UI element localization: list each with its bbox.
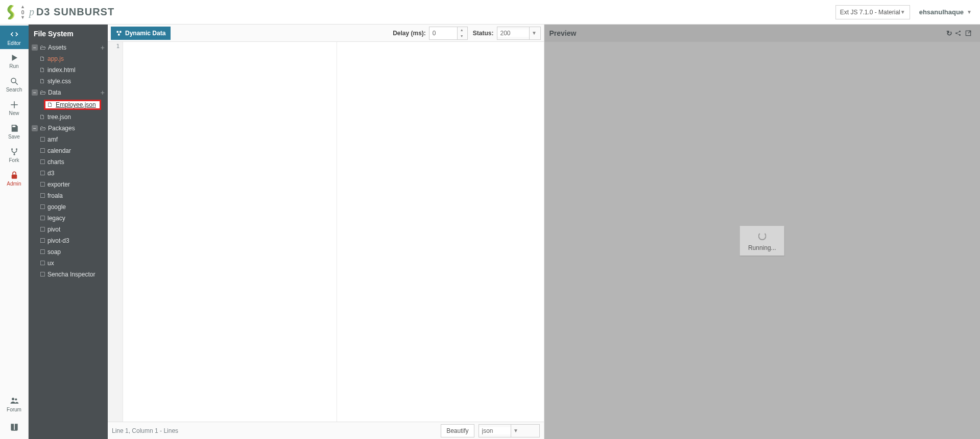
svg-point-6	[12, 398, 14, 400]
code-body[interactable]	[123, 42, 544, 422]
beautify-button[interactable]: Beautify	[441, 424, 474, 437]
chevron-down-icon: ▼	[900, 9, 905, 15]
sencha-inspector[interactable]: ☐ Sencha Inspector	[29, 269, 108, 280]
folder-assets[interactable]: − 🗁 Assets +	[29, 42, 108, 53]
folder-packages[interactable]: − 🗁 Packages	[29, 123, 108, 134]
editor-button[interactable]: Editor	[0, 26, 29, 49]
collapse-icon[interactable]: −	[32, 89, 38, 96]
package-pivot[interactable]: ☐pivot	[29, 224, 108, 235]
fork-button[interactable]: Fork	[0, 143, 29, 167]
checkbox-icon[interactable]: ☐	[39, 237, 46, 244]
language-select[interactable]: ▼	[479, 424, 540, 437]
svg-line-1	[15, 82, 18, 85]
code-icon	[9, 29, 19, 39]
spinner-up-icon[interactable]: ▲	[458, 27, 466, 33]
checkbox-icon[interactable]: ☐	[39, 147, 46, 154]
book-icon	[9, 422, 19, 432]
package-amf[interactable]: ☐amf	[29, 134, 108, 145]
preview-body: Running...	[544, 42, 981, 439]
package-soap[interactable]: ☐soap	[29, 246, 108, 258]
checkbox-icon[interactable]: ☐	[39, 192, 46, 199]
fork-indicator-icon: p	[29, 6, 34, 18]
svg-point-3	[16, 148, 17, 150]
vote-up-icon[interactable]: ▲	[20, 5, 25, 9]
loading-indicator: Running...	[740, 226, 784, 256]
checkbox-icon[interactable]: ☐	[39, 226, 46, 233]
reload-icon[interactable]: ↻	[944, 29, 954, 37]
lock-icon	[10, 171, 19, 180]
search-button[interactable]: Search	[0, 73, 29, 96]
vote-down-icon[interactable]: ▼	[20, 15, 25, 20]
delay-field[interactable]	[429, 27, 457, 39]
svg-point-14	[959, 31, 961, 32]
svg-line-11	[118, 33, 119, 34]
cursor-status: Line 1, Column 1 - Lines	[112, 427, 178, 434]
save-button[interactable]: Save	[0, 120, 29, 143]
package-legacy[interactable]: ☐legacy	[29, 213, 108, 224]
status-select[interactable]: ▼	[497, 27, 541, 40]
package-google[interactable]: ☐google	[29, 201, 108, 213]
svg-line-12	[119, 33, 121, 34]
folder-data[interactable]: − 🗁 Data +	[29, 87, 108, 98]
svg-point-2	[11, 148, 13, 150]
collapse-icon[interactable]: −	[32, 44, 38, 51]
checkbox-icon[interactable]: ☐	[39, 271, 46, 278]
checkbox-icon[interactable]: ☐	[39, 170, 46, 177]
file-index-html[interactable]: 🗋 index.html	[29, 64, 108, 76]
svg-point-0	[11, 78, 16, 83]
file-icon: 🗋	[39, 113, 46, 121]
line-gutter: 1	[108, 42, 123, 422]
plus-icon[interactable]: +	[101, 43, 105, 52]
svg-point-15	[959, 34, 961, 36]
checkbox-icon[interactable]: ☐	[39, 260, 46, 267]
user-menu[interactable]: ehsanulhaque ▼	[919, 8, 972, 16]
popout-icon[interactable]	[965, 30, 975, 37]
app-header: ▲ 0 ▼ p D3 SUNBURST Ext JS 7.1.0 - Mater…	[0, 0, 980, 25]
admin-button[interactable]: Admin	[0, 167, 29, 190]
package-calendar[interactable]: ☐calendar	[29, 145, 108, 156]
fork-icon	[10, 147, 19, 156]
file-tree-json[interactable]: 🗋 tree.json	[29, 111, 108, 123]
checkbox-icon[interactable]: ☐	[39, 181, 46, 188]
docs-button[interactable]	[0, 415, 29, 439]
checkbox-icon[interactable]: ☐	[39, 248, 46, 256]
filename-input[interactable]	[56, 101, 99, 108]
spinner-down-icon[interactable]: ▼	[458, 33, 466, 39]
framework-select[interactable]: Ext JS 7.1.0 - Material ▼	[835, 5, 910, 19]
checkbox-icon[interactable]: ☐	[39, 158, 46, 166]
preview-title: Preview	[549, 29, 577, 37]
chevron-down-icon: ▼	[511, 425, 521, 437]
collapse-icon[interactable]: −	[32, 125, 38, 131]
package-pivot-d3[interactable]: ☐pivot-d3	[29, 235, 108, 246]
checkbox-icon[interactable]: ☐	[39, 215, 46, 222]
status-field[interactable]	[497, 30, 529, 37]
package-ux[interactable]: ☐ux	[29, 258, 108, 269]
fiddle-title[interactable]: D3 SUNBURST	[36, 6, 114, 18]
language-field[interactable]	[479, 427, 511, 434]
checkbox-icon[interactable]: ☐	[39, 203, 46, 211]
package-exporter[interactable]: ☐exporter	[29, 179, 108, 190]
folder-open-icon: 🗁	[39, 44, 46, 51]
line-number: 1	[108, 43, 119, 50]
run-button[interactable]: Run	[0, 49, 29, 73]
file-icon: 🗋	[39, 66, 46, 74]
file-app-js[interactable]: 🗋 app.js	[29, 53, 108, 64]
svg-line-17	[957, 34, 960, 35]
file-employee-json-editing[interactable]: 🗋	[29, 98, 108, 111]
share-icon[interactable]	[954, 30, 965, 37]
new-button[interactable]: New	[0, 96, 29, 120]
delay-input[interactable]: ▲▼	[429, 27, 468, 40]
editor-toolbar: Dynamic Data Delay (ms): ▲▼ Status: ▼	[108, 25, 544, 42]
file-icon: 🗋	[46, 101, 54, 108]
network-icon	[116, 30, 122, 36]
plus-icon[interactable]: +	[101, 88, 105, 97]
forum-button[interactable]: Forum	[0, 392, 29, 415]
package-froala[interactable]: ☐froala	[29, 190, 108, 201]
dynamic-data-tab[interactable]: Dynamic Data	[111, 27, 171, 40]
package-charts[interactable]: ☐charts	[29, 156, 108, 168]
logo-block	[4, 5, 18, 19]
checkbox-icon[interactable]: ☐	[39, 136, 46, 143]
file-style-css[interactable]: 🗋 style.css	[29, 76, 108, 87]
code-editor[interactable]: 1	[108, 42, 544, 422]
package-d3[interactable]: ☐d3	[29, 168, 108, 179]
